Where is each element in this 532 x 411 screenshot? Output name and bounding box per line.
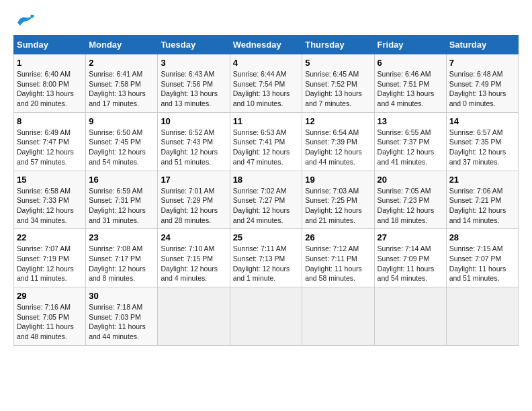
- calendar-cell: 2Sunrise: 6:41 AMSunset: 7:58 PMDaylight…: [86, 54, 158, 113]
- day-number: 14: [449, 116, 515, 126]
- day-header-thursday: Thursday: [302, 36, 374, 54]
- calendar-cell: [158, 287, 230, 346]
- day-info: Sunrise: 6:53 AMSunset: 7:41 PMDaylight:…: [233, 128, 300, 167]
- calendar-cell: 28Sunrise: 7:15 AMSunset: 7:07 PMDayligh…: [446, 229, 518, 287]
- calendar-cell: 3Sunrise: 6:43 AMSunset: 7:56 PMDaylight…: [158, 54, 230, 113]
- calendar-cell: 30Sunrise: 7:18 AMSunset: 7:03 PMDayligh…: [86, 287, 158, 346]
- calendar-cell: [302, 287, 374, 346]
- day-number: 10: [161, 116, 226, 126]
- day-info: Sunrise: 6:50 AMSunset: 7:45 PMDaylight:…: [89, 128, 154, 167]
- calendar-cell: 11Sunrise: 6:53 AMSunset: 7:41 PMDayligh…: [230, 112, 302, 171]
- day-info: Sunrise: 7:16 AMSunset: 7:05 PMDaylight:…: [17, 302, 83, 342]
- calendar-cell: 6Sunrise: 6:46 AMSunset: 7:51 PMDaylight…: [374, 54, 446, 113]
- day-info: Sunrise: 7:15 AMSunset: 7:07 PMDaylight:…: [449, 244, 515, 283]
- day-number: 26: [305, 232, 371, 242]
- day-info: Sunrise: 6:48 AMSunset: 7:49 PMDaylight:…: [449, 69, 515, 109]
- day-header-monday: Monday: [86, 36, 158, 54]
- day-number: 27: [378, 232, 443, 242]
- day-info: Sunrise: 6:43 AMSunset: 7:56 PMDaylight:…: [161, 69, 226, 109]
- calendar-cell: 13Sunrise: 6:55 AMSunset: 7:37 PMDayligh…: [374, 112, 446, 171]
- day-number: 18: [233, 175, 300, 185]
- day-number: 17: [161, 175, 226, 185]
- day-number: 11: [233, 116, 300, 126]
- day-header-wednesday: Wednesday: [230, 36, 302, 54]
- calendar-cell: 25Sunrise: 7:11 AMSunset: 7:13 PMDayligh…: [230, 229, 302, 287]
- day-info: Sunrise: 6:46 AMSunset: 7:51 PMDaylight:…: [378, 69, 443, 109]
- calendar-week-4: 29Sunrise: 7:16 AMSunset: 7:05 PMDayligh…: [14, 287, 519, 346]
- day-number: 3: [161, 58, 226, 68]
- day-info: Sunrise: 6:44 AMSunset: 7:54 PMDaylight:…: [233, 69, 300, 109]
- calendar-cell: 20Sunrise: 7:05 AMSunset: 7:23 PMDayligh…: [374, 171, 446, 229]
- day-info: Sunrise: 6:40 AMSunset: 8:00 PMDaylight:…: [17, 69, 83, 109]
- calendar-cell: 7Sunrise: 6:48 AMSunset: 7:49 PMDaylight…: [446, 54, 518, 113]
- day-info: Sunrise: 6:58 AMSunset: 7:33 PMDaylight:…: [17, 186, 83, 226]
- calendar-cell: 29Sunrise: 7:16 AMSunset: 7:05 PMDayligh…: [14, 287, 86, 346]
- calendar-cell: 14Sunrise: 6:57 AMSunset: 7:35 PMDayligh…: [446, 112, 518, 171]
- day-info: Sunrise: 6:45 AMSunset: 7:52 PMDaylight:…: [305, 69, 371, 109]
- day-info: Sunrise: 7:01 AMSunset: 7:29 PMDaylight:…: [161, 186, 226, 226]
- day-info: Sunrise: 7:08 AMSunset: 7:17 PMDaylight:…: [89, 244, 154, 283]
- calendar-cell: 27Sunrise: 7:14 AMSunset: 7:09 PMDayligh…: [374, 229, 446, 287]
- logo-bird-icon: [15, 13, 36, 28]
- calendar-cell: 5Sunrise: 6:45 AMSunset: 7:52 PMDaylight…: [302, 54, 374, 113]
- calendar-week-2: 15Sunrise: 6:58 AMSunset: 7:33 PMDayligh…: [14, 171, 519, 229]
- day-number: 16: [89, 175, 154, 185]
- calendar-cell: 17Sunrise: 7:01 AMSunset: 7:29 PMDayligh…: [158, 171, 230, 229]
- day-number: 2: [89, 58, 154, 68]
- calendar-cell: 10Sunrise: 6:52 AMSunset: 7:43 PMDayligh…: [158, 112, 230, 171]
- day-number: 13: [378, 116, 443, 126]
- day-info: Sunrise: 6:54 AMSunset: 7:39 PMDaylight:…: [305, 128, 371, 167]
- day-info: Sunrise: 7:11 AMSunset: 7:13 PMDaylight:…: [233, 244, 300, 283]
- calendar-cell: 9Sunrise: 6:50 AMSunset: 7:45 PMDaylight…: [86, 112, 158, 171]
- calendar-cell: [374, 287, 446, 346]
- calendar-cell: 8Sunrise: 6:49 AMSunset: 7:47 PMDaylight…: [14, 112, 86, 171]
- day-header-tuesday: Tuesday: [158, 36, 230, 54]
- day-number: 15: [17, 175, 83, 185]
- calendar-cell: [230, 287, 302, 346]
- day-number: 25: [233, 232, 300, 242]
- day-number: 29: [17, 291, 83, 301]
- day-number: 24: [161, 232, 226, 242]
- day-info: Sunrise: 7:06 AMSunset: 7:21 PMDaylight:…: [449, 186, 515, 226]
- calendar-table: SundayMondayTuesdayWednesdayThursdayFrid…: [13, 35, 519, 346]
- calendar-cell: 26Sunrise: 7:12 AMSunset: 7:11 PMDayligh…: [302, 229, 374, 287]
- calendar-cell: 4Sunrise: 6:44 AMSunset: 7:54 PMDaylight…: [230, 54, 302, 113]
- day-header-sunday: Sunday: [14, 36, 86, 54]
- calendar-cell: 15Sunrise: 6:58 AMSunset: 7:33 PMDayligh…: [14, 171, 86, 229]
- day-number: 22: [17, 232, 83, 242]
- day-number: 23: [89, 232, 154, 242]
- day-info: Sunrise: 6:55 AMSunset: 7:37 PMDaylight:…: [378, 128, 443, 167]
- calendar-week-3: 22Sunrise: 7:07 AMSunset: 7:19 PMDayligh…: [14, 229, 519, 287]
- day-info: Sunrise: 6:52 AMSunset: 7:43 PMDaylight:…: [161, 128, 226, 167]
- day-number: 1: [17, 58, 83, 68]
- day-info: Sunrise: 7:18 AMSunset: 7:03 PMDaylight:…: [89, 302, 154, 342]
- day-info: Sunrise: 6:41 AMSunset: 7:58 PMDaylight:…: [89, 69, 154, 109]
- day-number: 21: [449, 175, 515, 185]
- day-number: 4: [233, 58, 300, 68]
- day-info: Sunrise: 6:57 AMSunset: 7:35 PMDaylight:…: [449, 128, 515, 167]
- calendar-cell: 21Sunrise: 7:06 AMSunset: 7:21 PMDayligh…: [446, 171, 518, 229]
- day-info: Sunrise: 7:14 AMSunset: 7:09 PMDaylight:…: [378, 244, 443, 283]
- day-number: 12: [305, 116, 371, 126]
- day-number: 6: [378, 58, 443, 68]
- day-number: 7: [449, 58, 515, 68]
- day-number: 8: [17, 116, 83, 126]
- day-number: 19: [305, 175, 371, 185]
- day-info: Sunrise: 6:49 AMSunset: 7:47 PMDaylight:…: [17, 128, 83, 167]
- calendar-cell: 22Sunrise: 7:07 AMSunset: 7:19 PMDayligh…: [14, 229, 86, 287]
- day-number: 28: [449, 232, 515, 242]
- day-header-friday: Friday: [374, 36, 446, 54]
- day-info: Sunrise: 6:59 AMSunset: 7:31 PMDaylight:…: [89, 186, 154, 226]
- day-number: 20: [378, 175, 443, 185]
- day-info: Sunrise: 7:07 AMSunset: 7:19 PMDaylight:…: [17, 244, 83, 283]
- calendar-cell: 23Sunrise: 7:08 AMSunset: 7:17 PMDayligh…: [86, 229, 158, 287]
- calendar-cell: 16Sunrise: 6:59 AMSunset: 7:31 PMDayligh…: [86, 171, 158, 229]
- day-info: Sunrise: 7:02 AMSunset: 7:27 PMDaylight:…: [233, 186, 300, 226]
- calendar-cell: 1Sunrise: 6:40 AMSunset: 8:00 PMDaylight…: [14, 54, 86, 113]
- calendar-cell: 24Sunrise: 7:10 AMSunset: 7:15 PMDayligh…: [158, 229, 230, 287]
- calendar-cell: 19Sunrise: 7:03 AMSunset: 7:25 PMDayligh…: [302, 171, 374, 229]
- day-number: 30: [89, 291, 154, 301]
- calendar-week-1: 8Sunrise: 6:49 AMSunset: 7:47 PMDaylight…: [14, 112, 519, 171]
- calendar-cell: 18Sunrise: 7:02 AMSunset: 7:27 PMDayligh…: [230, 171, 302, 229]
- page-header: [13, 13, 519, 28]
